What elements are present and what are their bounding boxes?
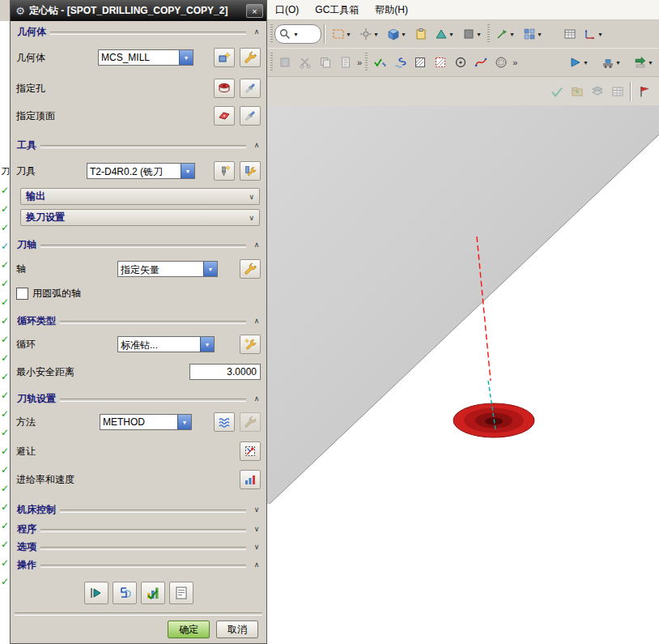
navigator-check-icon: ✓: [0, 237, 10, 256]
new-method-button[interactable]: [214, 412, 235, 432]
tool-settings-button[interactable]: [240, 161, 261, 181]
output-bar[interactable]: 输出 ∨: [20, 188, 260, 205]
selection-filter-button[interactable]: ▼: [328, 23, 355, 45]
confirm-path-button[interactable]: ▼: [565, 52, 593, 73]
navigator-check-icon: ✓: [0, 517, 10, 535]
machine-simulate-button[interactable]: ▼: [597, 52, 625, 73]
section-path-settings-header[interactable]: 刀轨设置 ∧: [14, 391, 263, 406]
navigator-check-icon: ✓: [0, 368, 10, 386]
toolbar-grip[interactable]: [365, 53, 368, 72]
cycle-combo[interactable]: 标准钻... ▼: [117, 336, 215, 352]
display-holes-button[interactable]: [240, 79, 261, 98]
menu-gc-toolbox[interactable]: GC工具箱: [307, 1, 367, 19]
pattern-feature-button[interactable]: ▼: [519, 23, 546, 45]
move-object-button[interactable]: ▼: [491, 23, 519, 45]
snap-point-button[interactable]: ▼: [355, 23, 383, 45]
ok-button[interactable]: 确定: [168, 621, 210, 638]
axis-label: 轴: [16, 262, 113, 276]
arc-axis-checkbox[interactable]: [16, 288, 28, 300]
section-options-header[interactable]: 选项 ∨: [14, 540, 263, 554]
chevron-up-icon: ∧: [250, 141, 263, 149]
section-tool-header[interactable]: 工具 ∧: [14, 138, 263, 152]
section-actions-header[interactable]: 操作 ∧: [14, 557, 263, 572]
part-surface[interactable]: [267, 105, 659, 504]
list-icon: [174, 586, 189, 600]
section-geometry-header[interactable]: 几何体 ∧: [14, 24, 263, 39]
menu-window[interactable]: 口(O): [267, 1, 307, 19]
output-label: 输出: [26, 190, 45, 203]
edit-geometry-button[interactable]: [240, 48, 261, 67]
section-machine-control-header[interactable]: 机床控制 ∨: [14, 502, 263, 517]
graphics-viewport[interactable]: [267, 105, 659, 644]
combo-arrow-button[interactable]: ▼: [203, 262, 217, 276]
arc-axis-row: 用圆弧的轴: [11, 284, 266, 302]
region-button[interactable]: [491, 52, 511, 73]
post-process-button[interactable]: ▼: [630, 52, 657, 73]
display-style-button[interactable]: ▼: [458, 23, 486, 45]
tool-change-bar[interactable]: 换刀设置 ∨: [20, 209, 260, 226]
view-orient-button[interactable]: ▼: [431, 23, 458, 45]
min-clearance-input[interactable]: [189, 364, 261, 380]
hatch-square-icon: [414, 56, 427, 69]
verify-button[interactable]: [141, 582, 165, 604]
menubar: 口(O) GC工具箱 帮助(H): [267, 0, 659, 20]
specify-holes-label: 指定孔: [16, 82, 45, 96]
combo-arrow-button[interactable]: ▼: [200, 337, 214, 352]
menu-help[interactable]: 帮助(H): [367, 1, 416, 19]
chevron-down-icon: ▼: [476, 32, 482, 37]
avoidance-button[interactable]: [240, 441, 261, 461]
flag-icon: [638, 85, 651, 98]
new-tool-button[interactable]: [214, 161, 235, 181]
replay-button[interactable]: [113, 582, 137, 604]
display-top-face-button[interactable]: [240, 106, 261, 126]
layers-icon: [591, 85, 604, 98]
cancel-button[interactable]: 取消: [216, 621, 258, 638]
toolbar-grip[interactable]: [487, 24, 490, 44]
command-search-box[interactable]: ▼: [274, 24, 321, 44]
edit-cycle-button[interactable]: [240, 335, 261, 354]
overflow-chevron[interactable]: »: [512, 58, 517, 67]
select-top-face-button[interactable]: [214, 106, 235, 126]
close-button[interactable]: ×: [246, 4, 263, 18]
new-geometry-button[interactable]: [214, 48, 235, 67]
section-cycle-type-header[interactable]: 循环类型 ∧: [14, 313, 263, 328]
toolbar-grip[interactable]: [270, 53, 273, 72]
section-tool-axis-header[interactable]: 刀轴 ∧: [14, 237, 263, 252]
chevron-down-icon: ∨: [250, 543, 263, 551]
edit-axis-button[interactable]: [240, 259, 261, 279]
geometry-combo[interactable]: MCS_MILL ▼: [98, 49, 193, 66]
navigator-check-icon: ✓: [0, 219, 10, 237]
axis-combo[interactable]: 指定矢量 ▼: [117, 261, 218, 277]
section-program-header[interactable]: 程序 ∨: [14, 522, 263, 536]
toolbar-grip[interactable]: [270, 24, 273, 44]
clipboard-button[interactable]: [410, 23, 431, 45]
list-button[interactable]: [169, 582, 193, 604]
snap-point-icon: [359, 28, 372, 41]
document-icon: [339, 56, 352, 69]
s-curve-button[interactable]: [389, 52, 410, 73]
axis-combo-value: 指定矢量: [118, 262, 203, 276]
tool-combo[interactable]: T2-D4R0.2 (铣刀 ▼: [87, 163, 195, 179]
combo-arrow-button[interactable]: ▼: [179, 50, 193, 65]
replay-icon: [117, 586, 132, 600]
solid-body-button[interactable]: ▼: [383, 23, 410, 45]
point-button[interactable]: [450, 52, 470, 73]
check-tool-path-button[interactable]: [369, 52, 389, 73]
combo-arrow-button[interactable]: ▼: [177, 415, 191, 429]
curve-button[interactable]: [470, 52, 491, 73]
spreadsheet-button[interactable]: [559, 23, 580, 45]
boundary-button[interactable]: [410, 52, 430, 73]
combo-arrow-button[interactable]: ▼: [181, 164, 194, 178]
feeds-speeds-icon: [244, 473, 257, 486]
csys-button[interactable]: ▼: [580, 23, 607, 45]
chevron-down-icon: ∨: [250, 505, 263, 514]
dashed-boundary-button[interactable]: [430, 52, 450, 73]
geometry-combo-value: MCS_MILL: [99, 50, 179, 65]
dialog-titlebar[interactable]: ⚙ 定心钻 - [SPOT_DRILLING_COPY_COPY_2] ×: [11, 1, 266, 21]
overflow-chevron[interactable]: »: [357, 58, 362, 67]
select-holes-button[interactable]: [214, 79, 235, 98]
generate-button[interactable]: [84, 582, 108, 604]
bookmark-flag-button[interactable]: [634, 81, 654, 102]
method-combo[interactable]: METHOD ▼: [100, 414, 192, 430]
feeds-speeds-button[interactable]: [240, 470, 261, 489]
